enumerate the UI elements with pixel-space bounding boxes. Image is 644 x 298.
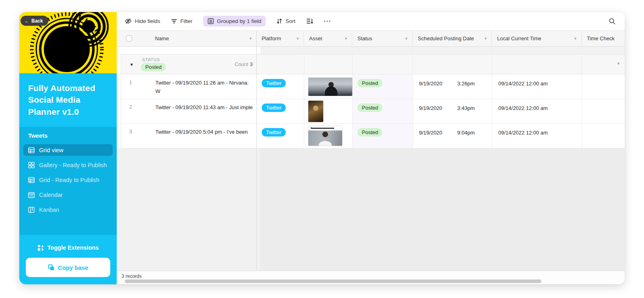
search-icon (609, 18, 616, 25)
time-check-cell[interactable] (582, 74, 625, 99)
sidebar-item-grid-ready-to-publish[interactable]: Grid - Ready to Publish (23, 174, 113, 186)
select-all-checkbox[interactable] (126, 35, 132, 41)
horizontal-scrollbar[interactable] (125, 279, 541, 283)
table-row[interactable]: 3 Twitter - 09/19/2020 5:04 pm - I've be… (121, 124, 625, 148)
back-button[interactable]: ← Back (21, 16, 48, 26)
sidebar-item-calendar[interactable]: Calendar (23, 189, 113, 201)
chevron-down-icon[interactable]: ▼ (296, 37, 299, 41)
sidebar-item-kanban[interactable]: Kanban (23, 204, 113, 215)
view-label: Grid view (39, 147, 63, 153)
time-check-cell[interactable] (582, 124, 625, 148)
more-options-button[interactable]: ••• (324, 19, 331, 23)
sort-icon (277, 18, 282, 24)
view-label: Calendar (39, 192, 63, 198)
local-current-time-cell[interactable]: 09/14/2022 12:00 am (492, 74, 582, 99)
search-button[interactable] (609, 18, 616, 25)
group-label: Grouped by 1 field (217, 18, 261, 24)
group-summary-dropdown-icon[interactable]: ▼ (617, 62, 620, 66)
toggle-extensions-label: Toggle Extensions (47, 244, 99, 251)
grid-icon (28, 177, 35, 183)
empty-grid-area (117, 149, 625, 271)
sidebar: ← Back Fully Automated Social Media Plan… (19, 12, 117, 284)
column-label: Time Check (587, 35, 615, 41)
chevron-down-icon[interactable]: ▼ (249, 37, 252, 41)
group-header: ▼ STATUS Posted Count3 ▼ (121, 54, 625, 74)
group-count: Count3 (235, 61, 253, 67)
scheduled-time[interactable]: 3:43pm (457, 105, 475, 123)
grid-view-main: Hide fields Filter (117, 12, 625, 284)
platform-badge[interactable]: Twitter (262, 128, 286, 137)
row-height-icon (306, 18, 313, 24)
column-header-name[interactable]: Name ▼ (121, 31, 256, 46)
column-label: Scheduled Posting Date (418, 35, 474, 41)
sidebar-item-grid-view[interactable]: Grid view (23, 144, 113, 156)
name-cell[interactable]: Twitter - 09/19/2020 5:04 pm - I've been (155, 128, 254, 137)
platform-badge[interactable]: Twitter (262, 103, 286, 112)
column-header-scheduled-posting-date[interactable]: Scheduled Posting Date ▼ (413, 31, 492, 46)
view-label: Kanban (39, 207, 59, 213)
status-badge[interactable]: Posted (357, 103, 382, 112)
view-toolbar: Hide fields Filter (117, 12, 625, 31)
status-badge[interactable]: Posted (357, 128, 382, 137)
filter-label: Filter (180, 18, 192, 24)
chevron-down-icon[interactable]: ▼ (344, 37, 348, 41)
column-header-platform[interactable]: Platform ▼ (256, 31, 304, 46)
sort-button[interactable]: Sort (277, 18, 295, 24)
asset-thumbnail[interactable] (308, 101, 323, 122)
hide-fields-button[interactable]: Hide fields (125, 18, 160, 25)
local-current-time-cell[interactable]: 09/14/2022 12:00 am (492, 99, 582, 123)
scheduled-time[interactable]: 9:04pm (457, 130, 475, 148)
copy-base-button[interactable]: Copy base (26, 258, 110, 277)
asset-thumbnail[interactable] (308, 78, 352, 96)
toggle-extensions-button[interactable]: Toggle Extensions (19, 244, 117, 251)
name-cell[interactable]: Twitter - 09/19/2020 11:26 am - Nirvana:… (155, 79, 254, 96)
scheduled-date[interactable]: 9/19/2020 (419, 105, 457, 123)
platform-badge[interactable]: Twitter (262, 79, 286, 87)
column-label: Local Current Time (497, 35, 541, 41)
back-label: Back (31, 18, 43, 24)
status-badge[interactable]: Posted (357, 79, 382, 87)
collapse-group-icon[interactable]: ▼ (130, 62, 134, 67)
column-header-status[interactable]: Status ▼ (352, 31, 413, 46)
column-label: Name (155, 35, 169, 41)
name-cell[interactable]: Twitter - 09/19/2020 11:43 am - Just imp… (155, 103, 254, 112)
grid-icon (28, 147, 35, 153)
table-row[interactable]: 2 Twitter - 09/19/2020 11:43 am - Just i… (121, 99, 625, 124)
base-title-block: Fully Automated Social Media Planner v1.… (19, 73, 117, 127)
column-header-time-check[interactable]: Time Check (582, 31, 625, 46)
view-label: Gallery - Ready to Publish (39, 162, 107, 168)
column-header-row: Name ▼ Platform ▼ Asset ▼ Status ▼ Sched… (117, 31, 625, 47)
app-window: ← Back Fully Automated Social Media Plan… (0, 0, 644, 298)
group-block-posted: ▼ STATUS Posted Count3 ▼ (121, 54, 625, 149)
column-label: Asset (309, 35, 322, 41)
record-count: 3 records (122, 273, 142, 279)
row-number: 1 (129, 80, 132, 85)
column-header-asset[interactable]: Asset ▼ (304, 31, 352, 46)
table-row[interactable]: 1 Twitter - 09/19/2020 11:26 am - Nirvan… (121, 74, 625, 99)
time-check-cell[interactable] (582, 99, 625, 123)
sidebar-item-gallery-ready-to-publish[interactable]: Gallery - Ready to Publish (23, 159, 113, 171)
row-height-button[interactable] (306, 18, 313, 24)
asset-thumbnail[interactable] (308, 126, 342, 146)
back-arrow-icon: ← (25, 18, 29, 24)
kanban-icon (28, 207, 35, 213)
gallery-icon (28, 162, 35, 168)
local-current-time-cell[interactable]: 09/14/2022 12:00 am (492, 124, 582, 148)
calendar-icon (28, 192, 35, 198)
chevron-down-icon[interactable]: ▼ (405, 37, 408, 41)
scheduled-date[interactable]: 9/19/2020 (419, 81, 457, 99)
brand-logo: ← Back (19, 12, 117, 73)
group-field-label: STATUS (142, 57, 160, 62)
group-value-badge: Posted (141, 63, 166, 71)
column-header-local-current-time[interactable]: Local Current Time ▼ (492, 31, 582, 46)
sidebar-footer: Toggle Extensions Copy base (19, 235, 117, 284)
scheduled-time[interactable]: 3:26pm (457, 81, 475, 99)
status-bar: 3 records (117, 271, 625, 284)
frozen-column-divider (256, 31, 257, 271)
chevron-down-icon[interactable]: ▼ (574, 37, 577, 41)
base-card: ← Back Fully Automated Social Media Plan… (19, 12, 625, 284)
scheduled-date[interactable]: 9/19/2020 (419, 130, 457, 148)
filter-button[interactable]: Filter (171, 18, 192, 24)
chevron-down-icon[interactable]: ▼ (484, 37, 487, 41)
group-button[interactable]: Grouped by 1 field (203, 16, 266, 27)
